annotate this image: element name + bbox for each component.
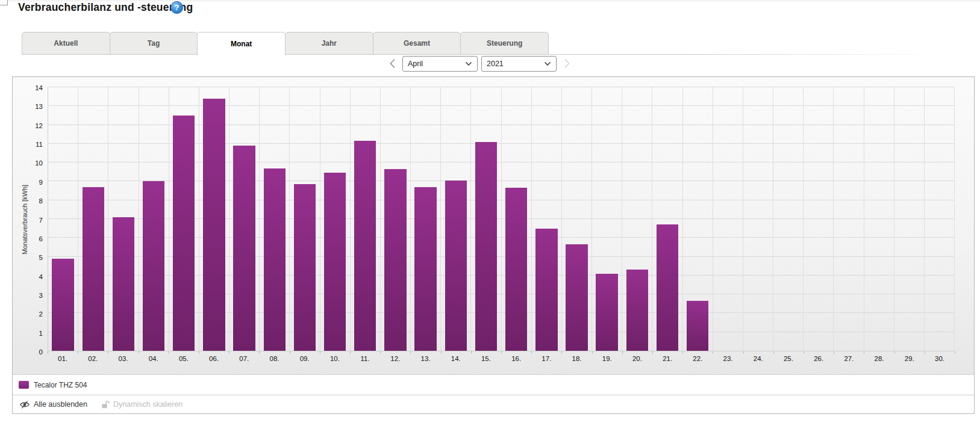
x-tick-label: 23. — [713, 355, 743, 365]
y-tick-label: 4 — [23, 273, 43, 280]
y-tick-label: 0 — [23, 348, 43, 356]
bar-day-06.[interactable] — [203, 99, 225, 351]
hide-all-button[interactable]: Alle ausblenden — [19, 400, 87, 409]
x-tick-label: 12. — [380, 355, 410, 365]
x-tick-label: 02. — [78, 355, 108, 365]
x-tick-label: 27. — [834, 355, 864, 365]
y-tick-label: 8 — [23, 197, 43, 205]
x-tick-mark — [471, 351, 472, 354]
bar-day-02.[interactable] — [83, 187, 104, 351]
x-tick-label: 29. — [894, 355, 925, 365]
bar-day-08.[interactable] — [264, 168, 286, 351]
legend-color-swatch — [19, 381, 29, 389]
x-tick-label: 16. — [501, 355, 531, 365]
bar-day-20.[interactable] — [626, 270, 648, 351]
x-tick-label: 18. — [561, 355, 591, 365]
legend-label: Tecalor THZ 504 — [34, 381, 87, 389]
tab-steuerung[interactable]: Steuerung — [460, 32, 549, 55]
tab-aktuell[interactable]: Aktuell — [22, 32, 110, 55]
x-tick-mark — [864, 351, 864, 354]
chart-column — [652, 87, 682, 351]
chart-column — [290, 87, 320, 351]
x-tick-label: 01. — [48, 355, 78, 365]
chevron-left-icon — [389, 58, 396, 69]
dynamic-scale-button[interactable]: Dynamisch skalieren — [101, 400, 183, 409]
bar-day-14.[interactable] — [445, 181, 467, 351]
page-corner-fragment — [0, 0, 8, 5]
x-tick-mark — [410, 351, 411, 354]
page-title: Verbraucherbilanz und -steuerung — [18, 1, 193, 14]
chart-panel: Monatsverbrauch [kWh] 012345678910111213… — [12, 76, 975, 414]
x-tick-mark — [350, 351, 351, 354]
bar-day-19.[interactable] — [596, 274, 617, 351]
bar-day-16.[interactable] — [505, 188, 527, 351]
y-tick-label: 7 — [23, 217, 43, 224]
plot-area — [48, 87, 955, 351]
bar-day-09.[interactable] — [294, 184, 316, 351]
month-select[interactable]: April — [402, 56, 478, 72]
legend-item-tecalor[interactable]: Tecalor THZ 504 — [19, 381, 87, 389]
bar-day-10.[interactable] — [324, 173, 346, 351]
chart-column — [532, 87, 562, 351]
x-tick-mark — [561, 351, 562, 354]
x-tick-label: 10. — [320, 355, 350, 365]
bar-day-18.[interactable] — [566, 244, 587, 351]
chart-column — [48, 87, 78, 351]
next-month-button[interactable] — [560, 57, 573, 71]
x-tick-mark — [713, 351, 713, 354]
chart-column — [502, 87, 532, 351]
chart-column — [683, 87, 713, 351]
chart-column — [804, 87, 834, 351]
x-tick-mark — [682, 351, 683, 354]
x-tick-label: 19. — [592, 355, 622, 365]
bar-day-17.[interactable] — [535, 229, 557, 351]
x-tick-label: 20. — [622, 355, 652, 365]
bar-day-07.[interactable] — [233, 146, 255, 351]
year-select-value: 2021 — [487, 60, 504, 68]
help-icon[interactable]: ? — [170, 1, 183, 14]
bar-day-03.[interactable] — [113, 217, 134, 351]
y-tick-label: 1 — [23, 330, 43, 337]
x-tick-mark — [108, 351, 108, 354]
tab-monat[interactable]: Monat — [197, 32, 286, 55]
x-tick-mark — [955, 351, 955, 354]
x-tick-mark — [622, 351, 623, 354]
bar-day-22.[interactable] — [687, 301, 708, 351]
tab-jahr[interactable]: Jahr — [285, 32, 373, 55]
unlock-icon — [101, 400, 110, 409]
x-axis-tick-marks — [48, 351, 955, 354]
chart-footer-controls: Alle ausblenden Dynamisch skalieren — [13, 395, 974, 413]
x-tick-mark — [290, 351, 290, 354]
tab-tag[interactable]: Tag — [110, 32, 198, 55]
chart-column — [894, 87, 925, 351]
month-select-value: April — [408, 60, 423, 68]
bar-day-04.[interactable] — [143, 181, 164, 351]
chart-column — [592, 87, 622, 351]
bar-day-11.[interactable] — [354, 141, 376, 351]
chart-column — [562, 87, 592, 351]
y-tick-label: 13 — [23, 103, 43, 110]
x-tick-mark — [925, 351, 925, 354]
x-tick-label: 13. — [410, 355, 440, 365]
previous-month-button[interactable] — [385, 57, 399, 71]
y-tick-label: 5 — [23, 254, 43, 261]
dynamic-scale-label: Dynamisch skalieren — [113, 400, 183, 409]
bar-day-15.[interactable] — [475, 142, 497, 351]
bar-day-05.[interactable] — [173, 116, 195, 351]
chart-column — [773, 87, 804, 351]
y-tick-label: 9 — [23, 179, 43, 186]
year-select[interactable]: 2021 — [481, 56, 557, 72]
bar-day-21.[interactable] — [657, 224, 678, 351]
x-tick-label: 17. — [531, 355, 561, 365]
bar-day-01.[interactable] — [52, 259, 73, 351]
x-tick-label: 05. — [169, 355, 199, 365]
bar-day-12.[interactable] — [384, 169, 406, 351]
x-tick-mark — [592, 351, 593, 354]
x-tick-mark — [531, 351, 532, 354]
tab-gesamt[interactable]: Gesamt — [373, 32, 461, 55]
x-tick-mark — [834, 351, 834, 354]
chart-column — [320, 87, 351, 351]
bar-day-13.[interactable] — [414, 187, 436, 351]
chart-column — [381, 87, 411, 351]
x-tick-label: 04. — [139, 355, 169, 365]
